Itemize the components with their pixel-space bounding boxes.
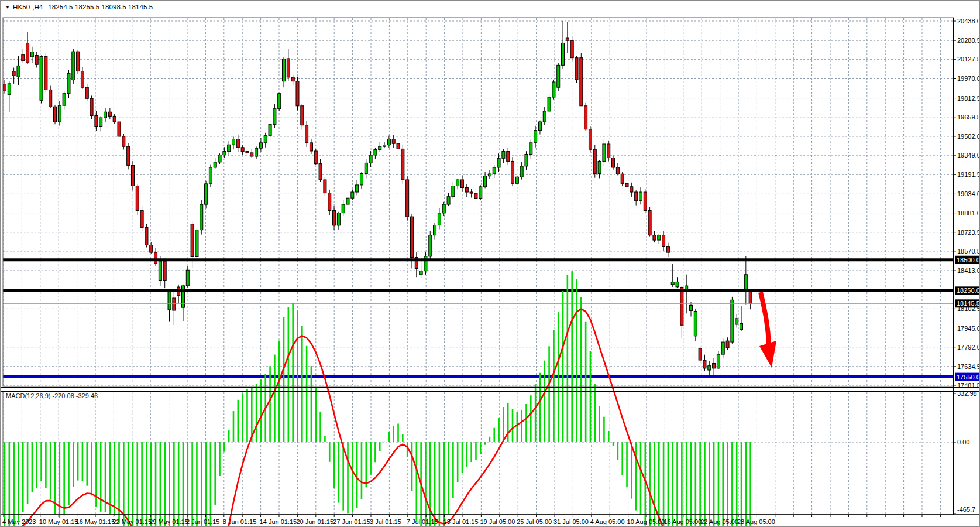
bear-candle (44, 57, 47, 90)
price-axis-label: 18881.0 (957, 210, 980, 217)
bear-candle (314, 151, 317, 164)
bear-candle (726, 341, 729, 348)
macd-histogram-bar (288, 307, 290, 442)
bull-candle (228, 145, 231, 151)
bear-candle (589, 129, 592, 149)
bull-candle (557, 65, 560, 87)
bull-candle (99, 118, 102, 126)
macd-histogram-bar (384, 442, 386, 442)
bear-candle (173, 298, 176, 310)
symbol-dropdown-icon[interactable]: ▼ (5, 5, 10, 10)
macd-histogram-bar (109, 442, 111, 514)
macd-histogram-bar (274, 355, 276, 442)
bull-candle (639, 192, 642, 201)
macd-histogram-bar (603, 417, 605, 442)
macd-histogram-bar (246, 389, 248, 442)
macd-histogram-bar (260, 379, 262, 442)
bear-candle (118, 122, 121, 136)
time-axis-label: 22 Aug 05:00 (700, 518, 738, 525)
bull-candle (603, 144, 606, 161)
macd-histogram-bar (50, 442, 51, 499)
bear-candle (191, 224, 194, 257)
macd-histogram-bar (342, 442, 344, 511)
bear-candle (461, 180, 464, 188)
macd-histogram-bar (36, 442, 37, 488)
macd-histogram-bar (626, 442, 628, 487)
price-axis-label: 19349.0 (957, 152, 980, 159)
macd-histogram-bar (338, 442, 340, 503)
bear-candle (296, 81, 299, 106)
bear-candle (474, 193, 477, 198)
bull-candle (708, 366, 711, 370)
bear-candle (593, 149, 596, 173)
bear-candle (319, 164, 322, 180)
bull-candle (447, 197, 450, 204)
macd-histogram-bar (114, 442, 115, 516)
bull-candle (255, 148, 258, 156)
bear-candle (140, 211, 143, 228)
bear-candle (236, 139, 239, 148)
macd-histogram-bar (585, 322, 587, 442)
macd-histogram-bar (507, 403, 509, 442)
macd-histogram-bar (448, 442, 449, 514)
bear-candle (575, 58, 578, 80)
time-axis-label: 14 Jun 01:15 (260, 518, 297, 525)
bull-candle (278, 94, 281, 109)
bear-candle (612, 158, 615, 167)
macd-histogram-bar (635, 442, 637, 511)
macd-histogram-bar (525, 404, 527, 442)
macd-histogram-bar (452, 442, 454, 498)
macd-histogram-bar (388, 432, 390, 442)
macd-histogram-bar (68, 442, 70, 505)
macd-histogram-bar (493, 428, 495, 442)
price-axis-label: 19502.0 (957, 133, 980, 140)
macd-histogram-bar (535, 384, 537, 442)
bull-candle (671, 282, 674, 285)
bear-candle (113, 116, 116, 122)
macd-histogram-bar (402, 434, 404, 442)
bull-candle (694, 311, 697, 336)
bear-candle (625, 183, 628, 187)
macd-histogram-bar (590, 351, 592, 442)
bear-candle (324, 180, 326, 193)
macd-histogram-bar (347, 442, 349, 513)
macd-histogram-bar (503, 407, 504, 442)
time-axis-label: 4 Aug 05:00 (590, 518, 625, 525)
macd-histogram-bar (40, 442, 42, 481)
resistance-line-tag-label: 18500.0 (957, 256, 980, 264)
bear-candle (635, 192, 638, 201)
chart-canvas[interactable]: 20438.020280.520127.519970.019812.519659… (1, 1, 980, 527)
bull-candle (520, 166, 523, 177)
bull-candle (548, 97, 551, 111)
bull-candle (484, 176, 487, 187)
macd-histogram-bar (562, 291, 564, 442)
time-axis-label: 29 May 01:15 (149, 518, 188, 525)
bull-candle (538, 122, 541, 131)
bear-candle (131, 165, 134, 186)
macd-histogram-bar (480, 442, 482, 454)
time-axis-label: 16 May 01:15 (76, 518, 115, 525)
macd-histogram-bar (576, 279, 577, 442)
bull-candle (58, 105, 61, 122)
bear-candle (703, 360, 706, 368)
macd-histogram-bar (475, 442, 477, 460)
bear-candle (580, 58, 583, 106)
bear-candle (81, 71, 84, 88)
macd-histogram-bar (214, 442, 216, 505)
time-axis-label: 10 May 01:15 (39, 518, 78, 525)
macd-histogram-bar (489, 437, 491, 442)
macd-histogram-bar (558, 312, 559, 442)
bear-candle (22, 55, 25, 61)
bear-candle (699, 348, 702, 360)
macd-histogram-bar (393, 426, 394, 442)
macd-axis-label: 0.00 (957, 439, 969, 446)
macd-histogram-bar (470, 442, 472, 462)
bear-candle (287, 59, 290, 77)
macd-axis-label: -465.7 (957, 506, 975, 513)
macd-histogram-bar (219, 442, 221, 476)
macd-histogram-bar (407, 442, 408, 457)
macd-histogram-bar (100, 442, 102, 512)
price-axis-label: 18723.5 (957, 229, 980, 236)
bear-candle (680, 287, 683, 325)
bull-candle (534, 131, 537, 143)
